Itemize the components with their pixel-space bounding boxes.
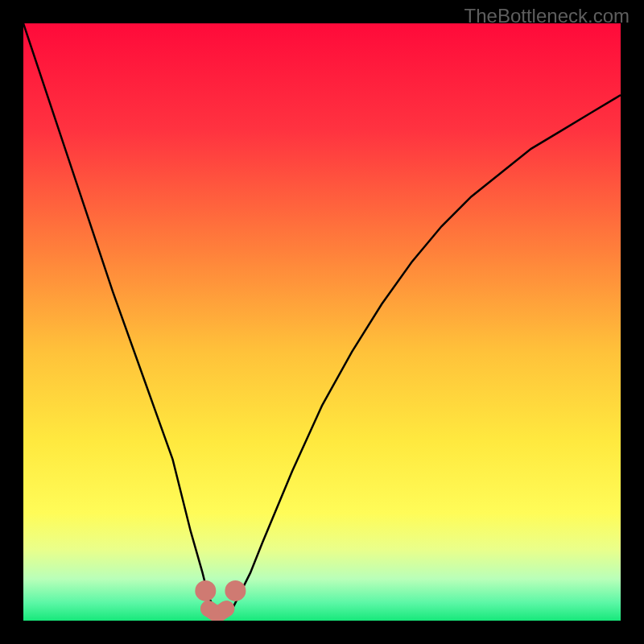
chart-background	[23, 23, 621, 621]
chart-svg	[23, 23, 621, 621]
attribution-text: TheBottleneck.com	[464, 5, 630, 27]
elbow-3-marker	[218, 601, 234, 617]
right-blob-marker	[225, 580, 246, 601]
left-blob-marker	[195, 580, 216, 601]
bottleneck-chart	[23, 23, 621, 621]
